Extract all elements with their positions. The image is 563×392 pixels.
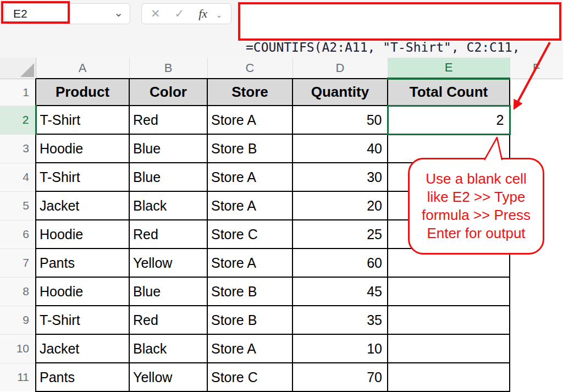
column-header-f[interactable]: F	[510, 58, 563, 79]
cell-D7[interactable]: 60	[292, 249, 388, 277]
cell-E9[interactable]	[388, 306, 510, 334]
cell-C10[interactable]: Store A	[207, 334, 292, 363]
cell-F11[interactable]	[510, 363, 563, 391]
row-header-7[interactable]: 7	[0, 249, 36, 277]
sheet-row-2: 2 T-Shirt Red Store A 50 2	[0, 106, 563, 134]
cell-C5[interactable]: Store A	[207, 191, 292, 220]
cell-C9[interactable]: Store B	[207, 306, 292, 334]
cell-D9[interactable]: 35	[292, 306, 388, 334]
fill-handle[interactable]	[508, 132, 510, 135]
cell-D8[interactable]: 45	[292, 277, 388, 306]
cell-F1[interactable]	[510, 79, 563, 106]
cell-A4[interactable]: T-Shirt	[36, 163, 129, 191]
cell-F8[interactable]	[510, 277, 563, 306]
cell-B3[interactable]: Blue	[129, 134, 207, 163]
sheet-row-9: 9 T-Shirt Red Store B 35	[0, 306, 563, 334]
sheet-row-11: 11 Pants Yellow Store C 70	[0, 363, 563, 391]
cell-A9[interactable]: T-Shirt	[36, 306, 129, 334]
row-header-6[interactable]: 6	[0, 220, 36, 249]
cell-B10[interactable]: Black	[129, 334, 207, 363]
cell-F9[interactable]	[510, 306, 563, 334]
cell-E2-active[interactable]: 2	[388, 106, 510, 134]
column-header-e-selected[interactable]: E	[388, 58, 510, 79]
row-header-5[interactable]: 5	[0, 191, 36, 220]
cell-A5[interactable]: Jacket	[36, 191, 129, 220]
cell-C1[interactable]: Store	[207, 79, 292, 106]
cell-D3[interactable]: 40	[292, 134, 388, 163]
cell-F2[interactable]	[510, 106, 563, 134]
callout-annotation: Use a blank cell like E2 >> Type formula…	[408, 158, 544, 255]
cell-A3[interactable]: Hoodie	[36, 134, 129, 163]
column-header-c[interactable]: C	[207, 58, 292, 79]
sheet-row-1: 1 Product Color Store Quantity Total Cou…	[0, 79, 563, 106]
row-header-10[interactable]: 10	[0, 334, 36, 363]
cell-D6[interactable]: 25	[292, 220, 388, 249]
cell-B2[interactable]: Red	[129, 106, 207, 134]
cell-C11[interactable]: Store C	[207, 363, 292, 391]
cell-C3[interactable]: Store B	[207, 134, 292, 163]
cell-A10[interactable]: Jacket	[36, 334, 129, 363]
cell-D5[interactable]: 20	[292, 191, 388, 220]
cell-E8[interactable]	[388, 277, 510, 306]
cell-C8[interactable]: Store B	[207, 277, 292, 306]
annotation-box-name-box	[1, 1, 70, 24]
cell-B8[interactable]: Blue	[129, 277, 207, 306]
cell-B11[interactable]: Yellow	[129, 363, 207, 391]
cell-B6[interactable]: Red	[129, 220, 207, 249]
cell-A8[interactable]: Hoodie	[36, 277, 129, 306]
cell-B1[interactable]: Color	[129, 79, 207, 106]
cell-E11[interactable]	[388, 363, 510, 391]
row-header-1[interactable]: 1	[0, 79, 36, 106]
chevron-down-icon[interactable]: ⌄	[114, 6, 123, 19]
cell-C2[interactable]: Store A	[207, 106, 292, 134]
select-all-triangle-icon	[20, 63, 34, 77]
column-header-b[interactable]: B	[129, 58, 207, 79]
cell-D1[interactable]: Quantity	[292, 79, 388, 106]
cancel-icon[interactable]: ✕	[151, 7, 161, 20]
row-header-8[interactable]: 8	[0, 277, 36, 306]
cell-D2[interactable]: 50	[292, 106, 388, 134]
cell-A1[interactable]: Product	[36, 79, 129, 106]
cell-B4[interactable]: Blue	[129, 163, 207, 191]
cell-D10[interactable]: 10	[292, 334, 388, 363]
cell-B7[interactable]: Yellow	[129, 249, 207, 277]
cell-E10[interactable]	[388, 334, 510, 363]
cell-D4[interactable]: 30	[292, 163, 388, 191]
formula-buttons: ✕ ✓ fx ⌄	[141, 3, 231, 24]
formula-text-line1: =COUNTIFS(A2:A11, "T-Shirt", C2:C11,	[246, 39, 554, 56]
cell-C6[interactable]: Store C	[207, 220, 292, 249]
row-header-3[interactable]: 3	[0, 134, 36, 163]
cell-A7[interactable]: Pants	[36, 249, 129, 277]
select-all-corner[interactable]	[0, 58, 36, 79]
callout-line: Use a blank cell	[426, 170, 527, 188]
formula-bar[interactable]: =COUNTIFS(A2:A11, "T-Shirt", C2:C11, "St…	[238, 2, 561, 41]
callout-line: formula >> Press	[422, 206, 531, 224]
column-header-a[interactable]: A	[36, 58, 129, 79]
row-header-2-selected[interactable]: 2	[0, 106, 36, 134]
column-header-d[interactable]: D	[292, 58, 388, 79]
callout-line: Enter for output	[427, 224, 525, 242]
cell-A2[interactable]: T-Shirt	[36, 106, 129, 134]
cell-E1[interactable]: Total Count	[388, 79, 510, 106]
row-header-4[interactable]: 4	[0, 163, 36, 191]
enter-icon[interactable]: ✓	[175, 7, 185, 20]
cell-C4[interactable]: Store A	[207, 163, 292, 191]
callout-line: like E2 >> Type	[427, 188, 526, 206]
cell-A6[interactable]: Hoodie	[36, 220, 129, 249]
cell-C7[interactable]: Store A	[207, 249, 292, 277]
formula-toolbar: E2 ⌄ ✕ ✓ fx ⌄ =COUNTIFS(A2:A11, "T-Shirt…	[0, 0, 563, 58]
sheet-row-10: 10 Jacket Black Store A 10	[0, 334, 563, 363]
insert-function-icon[interactable]: fx	[198, 7, 207, 21]
cell-D11[interactable]: 70	[292, 363, 388, 391]
sheet-row-8: 8 Hoodie Blue Store B 45	[0, 277, 563, 306]
row-header-11[interactable]: 11	[0, 363, 36, 391]
cell-F10[interactable]	[510, 334, 563, 363]
row-header-9[interactable]: 9	[0, 306, 36, 334]
chevron-down-icon[interactable]: ⌄	[216, 11, 222, 19]
cell-B5[interactable]: Black	[129, 191, 207, 220]
cell-E2-value: 2	[496, 112, 504, 128]
cell-B9[interactable]: Red	[129, 306, 207, 334]
cell-A11[interactable]: Pants	[36, 363, 129, 391]
column-header-row: A B C D E F	[0, 58, 563, 79]
